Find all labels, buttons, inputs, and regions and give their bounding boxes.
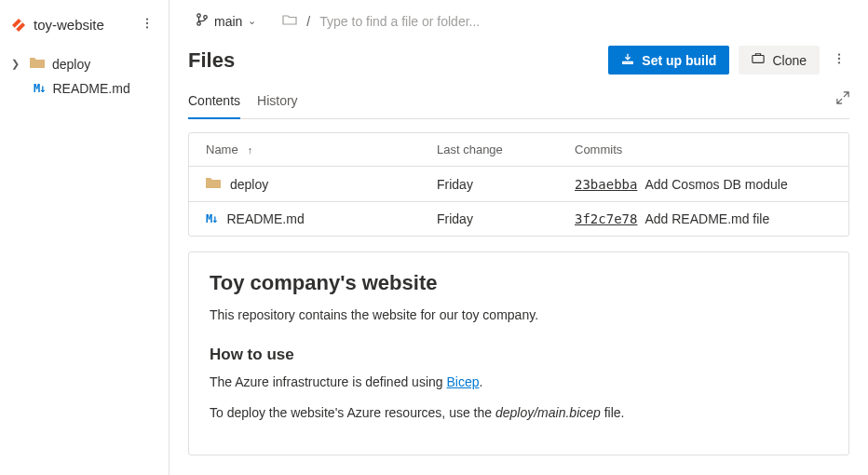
- clone-button[interactable]: Clone: [739, 46, 820, 75]
- build-icon: [621, 52, 634, 68]
- tab-contents[interactable]: Contents: [188, 88, 240, 119]
- svg-point-4: [146, 26, 148, 28]
- repo-name-label: toy-website: [34, 17, 104, 33]
- more-actions-icon[interactable]: [829, 48, 849, 72]
- breadcrumb-bar: main ⌄ /: [188, 0, 849, 42]
- file-search-input[interactable]: [319, 14, 849, 29]
- commit-hash[interactable]: 3f2c7e78: [575, 211, 637, 226]
- commit-hash[interactable]: 23baebba: [575, 177, 637, 192]
- main-content: main ⌄ / Files Set up build Clon: [170, 0, 868, 475]
- tree-folder-deploy[interactable]: ❯ deploy: [0, 51, 169, 76]
- file-name: deploy: [230, 177, 268, 192]
- branch-name: main: [214, 14, 242, 29]
- column-header-last-change[interactable]: Last change: [437, 142, 575, 156]
- svg-point-7: [204, 16, 208, 20]
- branch-icon: [196, 13, 209, 29]
- bicep-link[interactable]: Bicep: [446, 374, 479, 389]
- svg-point-9: [838, 53, 840, 55]
- folder-icon: [30, 56, 45, 72]
- readme-subheading: How to use: [210, 346, 828, 364]
- column-header-commits[interactable]: Commits: [575, 142, 832, 156]
- table-row[interactable]: deploy Friday 23baebba Add Cosmos DB mod…: [189, 166, 848, 201]
- readme-panel: Toy company's website This repository co…: [188, 251, 849, 455]
- svg-point-5: [197, 14, 201, 18]
- markdown-icon: M↓: [206, 212, 217, 225]
- setup-build-button[interactable]: Set up build: [608, 46, 729, 75]
- readme-paragraph: This repository contains the website for…: [210, 305, 828, 325]
- file-table: Name ↑ Last change Commits deploy Friday…: [188, 132, 849, 237]
- tree-file-readme[interactable]: M↓ README.md: [0, 76, 169, 101]
- readme-paragraph: The Azure infrastructure is defined usin…: [210, 372, 828, 392]
- repo-title[interactable]: toy-website: [11, 17, 104, 33]
- svg-point-10: [838, 58, 840, 60]
- folder-icon: [206, 176, 221, 192]
- tree-label: deploy: [52, 57, 90, 72]
- svg-rect-8: [753, 56, 764, 63]
- column-header-name[interactable]: Name ↑: [206, 142, 437, 156]
- file-name: README.md: [226, 211, 304, 226]
- readme-paragraph: To deploy the website's Azure resources,…: [210, 402, 828, 423]
- clone-icon: [752, 52, 765, 68]
- commit-message: Add README.md file: [644, 211, 769, 226]
- svg-point-2: [146, 18, 148, 20]
- folder-outline-icon: [282, 13, 297, 29]
- path-separator: /: [306, 14, 310, 29]
- sort-ascending-icon: ↑: [248, 144, 253, 156]
- chevron-right-icon: ❯: [11, 58, 22, 70]
- fullscreen-icon[interactable]: [836, 91, 849, 108]
- more-icon[interactable]: [137, 13, 157, 36]
- page-title: Files: [188, 48, 235, 73]
- svg-point-3: [146, 22, 148, 24]
- repo-icon: [11, 18, 26, 33]
- tabs: Contents History: [188, 88, 849, 119]
- clone-label: Clone: [772, 53, 807, 68]
- setup-build-label: Set up build: [642, 53, 716, 68]
- tab-history[interactable]: History: [257, 88, 298, 119]
- readme-heading: Toy company's website: [210, 271, 828, 295]
- chevron-down-icon: ⌄: [248, 15, 256, 27]
- commit-message: Add Cosmos DB module: [644, 177, 787, 192]
- readme-filepath: deploy/main.bicep: [495, 405, 601, 420]
- svg-point-11: [838, 61, 840, 63]
- tree-label: README.md: [52, 81, 129, 96]
- file-tree-sidebar: toy-website ❯ deploy M↓ README.md: [0, 0, 170, 475]
- last-change: Friday: [437, 177, 575, 192]
- branch-selector[interactable]: main ⌄: [188, 9, 264, 33]
- markdown-icon: M↓: [34, 82, 45, 95]
- last-change: Friday: [437, 211, 575, 226]
- svg-point-6: [197, 22, 201, 26]
- table-row[interactable]: M↓ README.md Friday 3f2c7e78 Add README.…: [189, 201, 848, 236]
